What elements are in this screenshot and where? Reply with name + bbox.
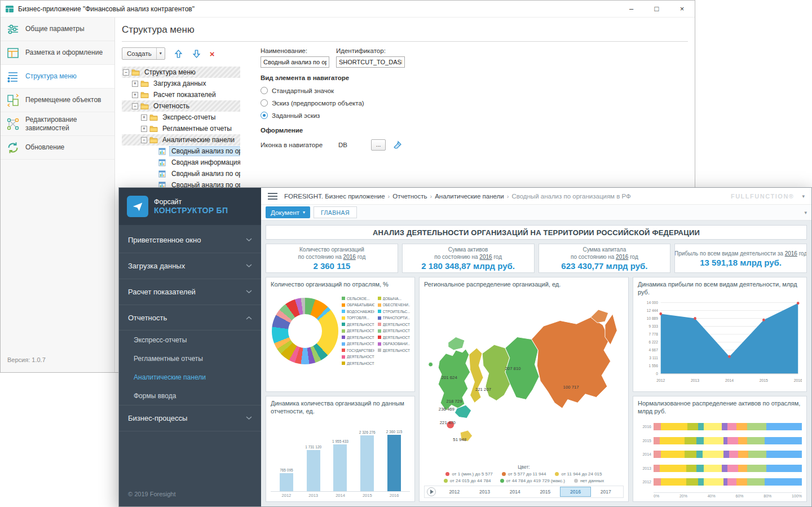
- tree-node[interactable]: Сводный анализ по орган: [122, 168, 240, 179]
- identifier-input[interactable]: [336, 56, 405, 68]
- ribbon-collapse-caret[interactable]: ▾: [804, 210, 807, 215]
- tree-node[interactable]: Сводный анализ по орган: [122, 146, 240, 157]
- version-label: Версия: 1.0.7: [7, 356, 46, 363]
- stacked-bar: [654, 451, 802, 458]
- timeline-year[interactable]: 2016: [561, 487, 591, 496]
- collapse-icon[interactable]: −: [123, 69, 129, 76]
- radio-button[interactable]: [261, 87, 268, 94]
- radio-button[interactable]: [261, 112, 268, 119]
- legend-item: ОБЕСПЕЧЕНИ...: [378, 303, 411, 307]
- move-down-button[interactable]: [192, 49, 201, 59]
- sidebar-subitem[interactable]: Регламентные отчеты: [119, 349, 261, 368]
- expand-icon[interactable]: +: [141, 114, 147, 121]
- sidebar-item-update[interactable]: Обновление: [1, 136, 114, 160]
- stacked-segment: [660, 437, 685, 444]
- sidebar-section-header[interactable]: Расчет показателей: [119, 279, 261, 305]
- tree-node[interactable]: −Структура меню: [122, 67, 240, 78]
- create-dropdown-caret[interactable]: ▾: [156, 48, 165, 59]
- radio-button[interactable]: [261, 99, 268, 107]
- minimize-button[interactable]: –: [619, 1, 644, 17]
- tree-node[interactable]: Сводная информация по о: [122, 157, 240, 168]
- maximize-button[interactable]: □: [644, 1, 669, 17]
- breadcrumb: FORESIGHT. Бизнес приложение›Отчетность›…: [284, 193, 631, 200]
- kpi-year-link[interactable]: 2016: [479, 254, 492, 260]
- map-region[interactable]: [532, 317, 611, 408]
- form-fields: Наименование: Идентификатор:: [261, 47, 430, 68]
- kpi-year-link[interactable]: 2016: [616, 254, 628, 260]
- svg-text:14 000: 14 000: [647, 300, 658, 304]
- russia-map-svg: 201 624221 207207 810100 717236 469218 7…: [424, 290, 624, 463]
- move-up-button[interactable]: [174, 49, 183, 59]
- tree-node[interactable]: −Отчетность: [122, 100, 240, 112]
- header-dropdown-caret[interactable]: ▾: [802, 193, 805, 199]
- legend-item: ДЕЯТЕЛЬНОСТЬ...: [342, 323, 374, 327]
- tree-node[interactable]: +Регламентные отчеты: [122, 123, 240, 134]
- folder-icon: [140, 91, 149, 99]
- map-region[interactable]: [469, 348, 483, 403]
- charts-row: Количество организаций по отраслям, % СЕ…: [266, 277, 807, 502]
- close-button[interactable]: ×: [669, 1, 695, 17]
- hamburger-icon[interactable]: [268, 193, 277, 200]
- profit-area-chart: 14 00012 44410 8899 3337 7786 2224 6673 …: [638, 298, 802, 389]
- expand-icon[interactable]: +: [132, 92, 138, 98]
- breadcrumb-item[interactable]: Сводный анализ по организациям в РФ: [511, 193, 630, 200]
- document-menu-button[interactable]: Документ ▾: [266, 206, 310, 218]
- stacked-segment: [660, 465, 686, 472]
- tree-node[interactable]: −Аналитические панели: [122, 134, 240, 146]
- radio-option[interactable]: Эскиз (предпросмотр объекта): [261, 99, 430, 107]
- bar-group: 2 360 115: [382, 430, 406, 491]
- play-button[interactable]: [427, 487, 436, 496]
- element-form: Наименование: Идентификатор: Вид элемент…: [261, 47, 430, 191]
- sidebar-section-header[interactable]: Отчетность: [119, 305, 261, 330]
- radio-option[interactable]: Заданный эскиз: [261, 112, 430, 119]
- map-region[interactable]: [429, 362, 433, 367]
- kpi-year-link[interactable]: 2016: [785, 250, 797, 257]
- tree-node[interactable]: +Расчет показателей: [122, 89, 240, 100]
- folder-icon: [140, 102, 149, 110]
- axis-tick-label: 2016: [382, 493, 406, 498]
- map-region-label: 207 810: [505, 366, 522, 371]
- timeline-year[interactable]: 2017: [590, 487, 621, 496]
- sidebar-item-general-params[interactable]: Общие параметры: [1, 17, 114, 41]
- clear-icon-button[interactable]: [392, 140, 403, 150]
- expand-icon[interactable]: +: [141, 126, 147, 132]
- sidebar-subitem[interactable]: Экспресс-отчеты: [119, 330, 261, 349]
- stacked-segment: [686, 478, 698, 486]
- sidebar-item-move-objects[interactable]: Перемещение объектов: [1, 89, 114, 112]
- window-controls: – □ ×: [619, 1, 695, 17]
- sidebar-item-edit-dependencies[interactable]: Редактирование зависимостей: [1, 112, 114, 136]
- breadcrumb-item[interactable]: Аналитические панели: [435, 193, 504, 200]
- map-region[interactable]: [448, 337, 465, 350]
- tree-node[interactable]: +Экспресс-отчеты: [122, 112, 240, 123]
- collapse-icon[interactable]: −: [141, 137, 147, 143]
- breadcrumb-item[interactable]: FORESIGHT. Бизнес приложение: [284, 193, 385, 200]
- name-input[interactable]: [261, 56, 329, 68]
- timeline-year[interactable]: 2012: [439, 487, 470, 496]
- browse-button[interactable]: ...: [371, 139, 386, 151]
- legend-swatch: [342, 349, 345, 352]
- expand-icon[interactable]: +: [132, 81, 138, 87]
- logo-line1: Форсайт: [154, 198, 228, 206]
- sidebar-section-header[interactable]: Приветственное окно: [119, 227, 261, 253]
- create-button[interactable]: Создать ▾: [122, 47, 165, 60]
- sidebar-item-menu-structure[interactable]: Структура меню: [1, 65, 114, 89]
- delete-button[interactable]: ×: [210, 49, 215, 59]
- orgcount-axis: 20122013201420152016: [271, 491, 410, 498]
- radio-option[interactable]: Стандартный значок: [261, 87, 430, 94]
- play-icon: [430, 490, 434, 494]
- tab-main[interactable]: ГЛАВНАЯ: [314, 206, 357, 218]
- sidebar-item-layout[interactable]: Разметка и оформление: [1, 41, 114, 65]
- kpi-year-link[interactable]: 2016: [343, 254, 356, 260]
- sidebar-subitem[interactable]: Аналитические панели: [119, 368, 261, 386]
- sidebar-section-header[interactable]: Загрузка данных: [119, 253, 261, 279]
- collapse-icon[interactable]: −: [132, 103, 138, 109]
- tree-node[interactable]: +Загрузка данных: [122, 78, 240, 89]
- stacked-segment: [765, 478, 802, 486]
- sidebar-section-header[interactable]: Бизнес-процессы: [119, 405, 261, 431]
- timeline-year[interactable]: 2013: [470, 487, 500, 496]
- legend-swatch: [342, 361, 345, 365]
- breadcrumb-item[interactable]: Отчетность: [392, 193, 427, 200]
- sidebar-subitem[interactable]: Формы ввода: [119, 386, 261, 405]
- timeline-year[interactable]: 2015: [530, 487, 561, 496]
- timeline-year[interactable]: 2014: [500, 487, 530, 496]
